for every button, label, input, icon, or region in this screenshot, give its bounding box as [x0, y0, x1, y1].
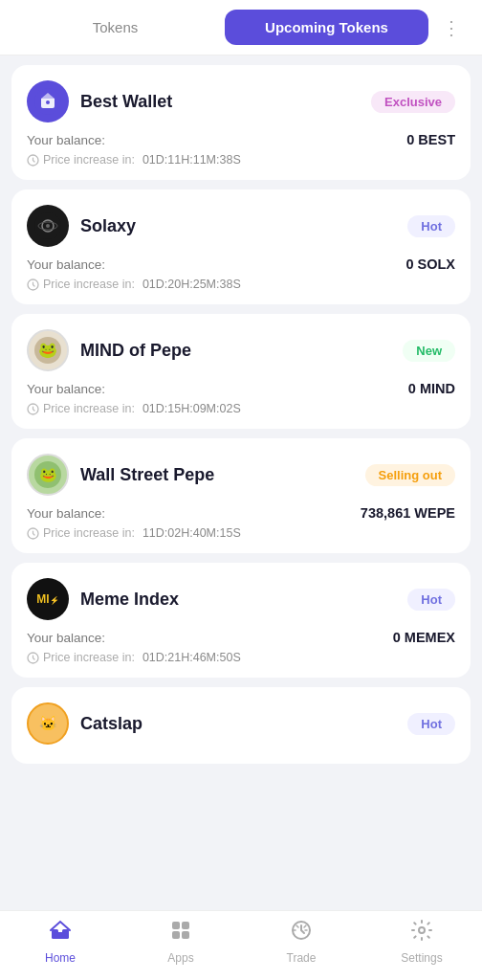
token-icon-best-wallet: [27, 80, 69, 122]
apps-label: Apps: [167, 951, 193, 965]
svg-text:🐸: 🐸: [38, 341, 57, 359]
token-timer-row-solaxy: Price increase in: 01D:20H:25M:38S: [27, 278, 455, 291]
token-balance-row-meme-index: Your balance: 0 MEMEX: [27, 630, 455, 645]
svg-point-1: [46, 100, 50, 104]
token-left-meme-index: MI⚡ Meme Index: [27, 578, 179, 620]
token-left-catslap: 🐱 Catslap: [27, 702, 142, 745]
token-badge-meme-index: Hot: [407, 589, 455, 611]
svg-rect-19: [55, 932, 65, 939]
balance-label-mind-of-pepe: Your balance:: [27, 382, 105, 396]
token-left-mind-of-pepe: 🐸 MIND of Pepe: [27, 329, 191, 371]
tab-switcher: Tokens Upcoming Tokens ⋮: [0, 0, 482, 56]
balance-value-solaxy: 0 SOLX: [405, 256, 455, 272]
token-name-mind-of-pepe: MIND of Pepe: [80, 341, 191, 361]
home-icon: [49, 919, 72, 947]
token-name-best-wallet: Best Wallet: [80, 92, 172, 112]
token-badge-wall-street-pepe: Selling out: [365, 464, 455, 486]
trade-icon: [290, 919, 313, 947]
tab-tokens[interactable]: Tokens: [13, 10, 217, 45]
token-balance-row-mind-of-pepe: Your balance: 0 MIND: [27, 381, 455, 396]
balance-value-best-wallet: 0 BEST: [406, 132, 455, 147]
settings-icon: [410, 919, 433, 947]
svg-rect-21: [172, 922, 180, 929]
clock-icon-meme-index: [27, 652, 39, 664]
token-timer-row-meme-index: Price increase in: 01D:21H:46M:50S: [27, 651, 455, 664]
token-icon-meme-index: MI⚡: [27, 578, 69, 620]
balance-label-wall-street-pepe: Your balance:: [27, 506, 105, 521]
balance-value-meme-index: 0 MEMEX: [393, 630, 455, 645]
nav-apps[interactable]: Apps: [120, 919, 241, 965]
clock-icon-best-wallet: [27, 154, 39, 167]
token-timer-row-mind-of-pepe: Price increase in: 01D:15H:09M:02S: [27, 402, 455, 415]
svg-text:🐱: 🐱: [39, 715, 57, 732]
token-icon-wall-street-pepe: 🐸: [27, 454, 69, 496]
more-dots-icon: ⋮: [442, 16, 463, 39]
token-card-best-wallet[interactable]: Best Wallet Exclusive Your balance: 0 BE…: [11, 65, 471, 180]
token-left-best-wallet: Best Wallet: [27, 80, 172, 122]
settings-label: Settings: [401, 951, 442, 965]
timer-label-solaxy: Price increase in:: [43, 278, 135, 291]
token-header-mind-of-pepe: 🐸 MIND of Pepe New: [27, 329, 455, 371]
token-icon-solaxy: [27, 205, 69, 247]
token-name-solaxy: Solaxy: [80, 216, 136, 236]
home-label: Home: [45, 951, 76, 965]
svg-point-5: [46, 224, 50, 228]
bottom-nav: Home Apps Trade: [0, 910, 482, 980]
clock-icon-solaxy: [27, 278, 39, 291]
svg-text:🐸: 🐸: [39, 466, 57, 483]
token-card-meme-index[interactable]: MI⚡ Meme Index Hot Your balance: 0 MEMEX…: [11, 563, 471, 678]
token-left-wall-street-pepe: 🐸 Wall Street Pepe: [27, 454, 214, 496]
token-badge-catslap: Hot: [407, 713, 455, 735]
token-name-meme-index: Meme Index: [80, 590, 179, 610]
token-name-catslap: Catslap: [80, 714, 142, 734]
balance-label-solaxy: Your balance:: [27, 257, 105, 272]
token-card-solaxy[interactable]: Solaxy Hot Your balance: 0 SOLX Price in…: [11, 189, 471, 304]
token-icon-mind-of-pepe: 🐸: [27, 329, 69, 371]
token-balance-row-solaxy: Your balance: 0 SOLX: [27, 256, 455, 272]
token-header-meme-index: MI⚡ Meme Index Hot: [27, 578, 455, 620]
token-timer-row-best-wallet: Price increase in: 01D:11H:11M:38S: [27, 153, 455, 167]
timer-value-solaxy: 01D:20H:25M:38S: [142, 278, 241, 291]
timer-label-meme-index: Price increase in:: [43, 651, 135, 664]
token-icon-catslap: 🐱: [27, 702, 69, 745]
balance-value-mind-of-pepe: 0 MIND: [408, 381, 455, 396]
svg-point-26: [419, 927, 425, 933]
timer-label-best-wallet: Price increase in:: [43, 153, 135, 167]
svg-rect-23: [172, 931, 180, 939]
balance-value-wall-street-pepe: 738,861 WEPE: [361, 505, 455, 521]
balance-label-meme-index: Your balance:: [27, 631, 105, 645]
trade-label: Trade: [287, 951, 317, 965]
token-balance-row-wall-street-pepe: Your balance: 738,861 WEPE: [27, 505, 455, 521]
token-balance-row-best-wallet: Your balance: 0 BEST: [27, 132, 455, 147]
token-left-solaxy: Solaxy: [27, 205, 136, 247]
token-badge-best-wallet: Exclusive: [371, 91, 455, 113]
token-timer-row-wall-street-pepe: Price increase in: 11D:02H:40M:15S: [27, 526, 455, 540]
apps-icon: [169, 919, 192, 947]
timer-label-wall-street-pepe: Price increase in:: [43, 526, 135, 540]
more-options-button[interactable]: ⋮: [436, 11, 469, 45]
timer-value-best-wallet: 01D:11H:11M:38S: [142, 153, 241, 167]
timer-label-mind-of-pepe: Price increase in:: [43, 402, 135, 415]
nav-settings[interactable]: Settings: [362, 919, 482, 965]
token-list: Best Wallet Exclusive Your balance: 0 BE…: [0, 56, 482, 910]
token-header-solaxy: Solaxy Hot: [27, 205, 455, 247]
timer-value-meme-index: 01D:21H:46M:50S: [142, 651, 241, 664]
token-badge-solaxy: Hot: [407, 215, 455, 237]
timer-value-wall-street-pepe: 11D:02H:40M:15S: [142, 526, 241, 540]
clock-icon-wall-street-pepe: [27, 527, 39, 540]
nav-home[interactable]: Home: [0, 919, 120, 965]
balance-label-best-wallet: Your balance:: [27, 133, 105, 147]
tab-upcoming[interactable]: Upcoming Tokens: [225, 10, 428, 45]
timer-value-mind-of-pepe: 01D:15H:09M:02S: [142, 402, 241, 415]
token-badge-mind-of-pepe: New: [403, 340, 455, 362]
nav-trade[interactable]: Trade: [241, 919, 362, 965]
svg-rect-24: [182, 931, 189, 939]
token-card-mind-of-pepe[interactable]: 🐸 MIND of Pepe New Your balance: 0 MIND …: [11, 314, 471, 429]
token-header-catslap: 🐱 Catslap Hot: [27, 702, 455, 745]
token-card-wall-street-pepe[interactable]: 🐸 Wall Street Pepe Selling out Your bala…: [11, 438, 471, 553]
svg-rect-22: [182, 922, 189, 929]
token-header-wall-street-pepe: 🐸 Wall Street Pepe Selling out: [27, 454, 455, 496]
token-header-best-wallet: Best Wallet Exclusive: [27, 80, 455, 122]
token-name-wall-street-pepe: Wall Street Pepe: [80, 465, 214, 485]
token-card-catslap[interactable]: 🐱 Catslap Hot: [11, 687, 471, 764]
